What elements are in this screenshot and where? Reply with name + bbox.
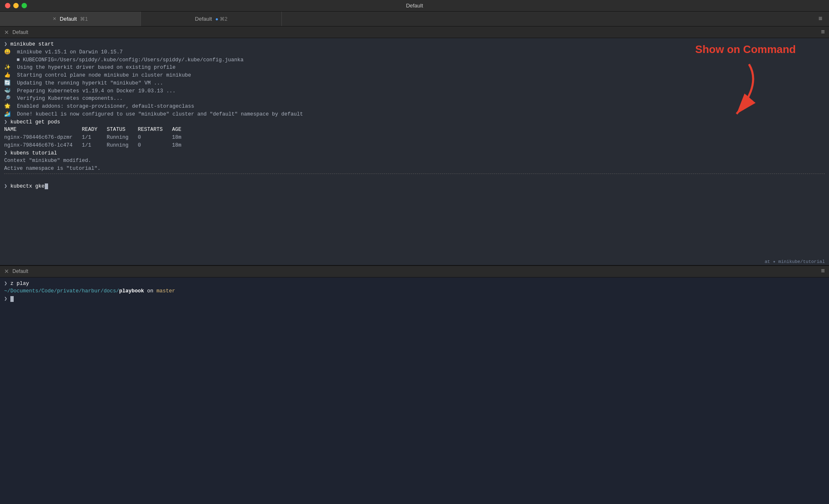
pane-close-top[interactable]: ✕ — [4, 29, 9, 36]
close-button[interactable] — [5, 3, 10, 8]
pane-name-bottom: Default — [12, 268, 28, 274]
tab-shortcut-2: ● ⌘2 — [215, 16, 227, 22]
terminal-content-bottom[interactable]: ❯ z play ~/Documents/Code/private/harbur… — [0, 277, 829, 306]
terminal-pane-top[interactable]: ✕ Default ≡ ❯ minikube start 😀 minikube … — [0, 27, 829, 266]
terminal-container: ✕ Default ≡ ❯ minikube start 😀 minikube … — [0, 27, 829, 504]
pane-menu-top[interactable]: ≡ — [821, 29, 825, 36]
pane-close-bottom[interactable]: ✕ — [4, 268, 9, 275]
status-bar-top: at ✦ minikube/tutorial — [761, 258, 829, 265]
pane-header-left-top: ✕ Default — [4, 29, 28, 36]
tab-label-2: Default — [195, 16, 212, 22]
pane-header-top: ✕ Default ≡ — [0, 27, 829, 38]
minimize-button[interactable] — [13, 3, 19, 8]
pane-menu-bottom[interactable]: ≡ — [821, 268, 825, 275]
tab-shortcut-1: ⌘1 — [80, 16, 88, 22]
pane-name-top: Default — [12, 29, 28, 35]
titlebar: Default — [0, 0, 829, 12]
tab-2[interactable]: Default ● ⌘2 — [141, 12, 282, 26]
status-text-top: at ✦ minikube/tutorial — [765, 259, 825, 264]
tab-close-1[interactable]: ✕ — [53, 16, 56, 22]
terminal-pane-bottom[interactable]: ✕ Default ≡ ❯ z play ~/Documents/Code/pr… — [0, 266, 829, 504]
maximize-button[interactable] — [22, 3, 27, 8]
tab-label-1: Default — [60, 16, 77, 22]
pane-header-bottom: ✕ Default ≡ — [0, 266, 829, 277]
window-title: Default — [406, 2, 423, 9]
tab-spacer — [282, 12, 812, 26]
hamburger-icon[interactable]: ≡ — [818, 15, 822, 23]
tab-1[interactable]: ✕ Default ⌘1 — [0, 12, 141, 26]
traffic-lights — [5, 3, 27, 8]
terminal-content-top[interactable]: ❯ minikube start 😀 minikube v1.15.1 on D… — [0, 38, 829, 193]
pane-header-left-bottom: ✕ Default — [4, 268, 28, 275]
tab-bar: ✕ Default ⌘1 Default ● ⌘2 ≡ — [0, 12, 829, 27]
tab-menu: ≡ — [812, 12, 829, 26]
